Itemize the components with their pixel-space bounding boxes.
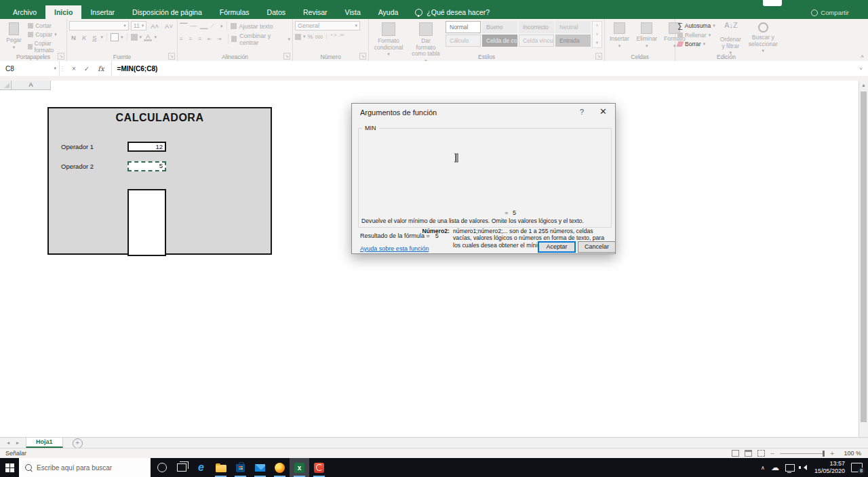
underline-button[interactable]: S bbox=[90, 34, 98, 41]
paste-button[interactable]: Pegar▾ bbox=[2, 21, 26, 51]
formula-text[interactable]: =MIN(C6;C8) bbox=[112, 61, 158, 76]
cortana-button[interactable] bbox=[152, 458, 172, 477]
firefox-button[interactable] bbox=[270, 458, 290, 477]
vertical-scrollbar[interactable]: ▲ bbox=[859, 81, 868, 437]
share-button[interactable]: Compartir bbox=[811, 9, 849, 16]
zoom-in-icon[interactable]: + bbox=[830, 450, 834, 457]
next-sheet-icon[interactable]: ▸ bbox=[16, 440, 19, 446]
find-select-button[interactable]: Buscar y seleccionar▾ bbox=[746, 21, 781, 56]
result-values[interactable] bbox=[127, 189, 166, 256]
fill-color-icon[interactable] bbox=[131, 34, 138, 41]
font-name-combo[interactable]: ▾ bbox=[69, 21, 129, 30]
font-color-button[interactable]: A bbox=[144, 33, 152, 41]
excel-taskbar-button[interactable]: x bbox=[290, 458, 309, 477]
cell-style-c-lculo[interactable]: Cálculo bbox=[446, 35, 481, 47]
increase-decimal-button[interactable]: ⁺·⁰ bbox=[330, 34, 336, 39]
task-view-button[interactable] bbox=[172, 458, 191, 477]
currency-icon[interactable] bbox=[295, 34, 301, 40]
cut-button[interactable]: Cortar bbox=[28, 22, 64, 29]
wrap-text-button[interactable]: Ajustar texto bbox=[231, 21, 273, 31]
edge-button[interactable]: e bbox=[191, 458, 211, 477]
italic-button[interactable]: K bbox=[80, 34, 88, 41]
ribbon-tab-inicio[interactable]: Inicio bbox=[45, 5, 81, 19]
accept-button[interactable]: Aceptar bbox=[538, 241, 576, 253]
align-center-icon[interactable]: ≡ bbox=[189, 37, 197, 42]
ribbon-tab-revisar[interactable]: Revisar bbox=[294, 5, 336, 19]
tray-expand-icon[interactable]: ∧ bbox=[761, 465, 765, 471]
formula-bar-splitter[interactable]: ⋮ bbox=[60, 61, 65, 76]
function-help-link[interactable]: Ayuda sobre esta función bbox=[360, 245, 429, 252]
ribbon-tab-disposici-n-de-p-gina[interactable]: Disposición de página bbox=[123, 5, 211, 19]
font-size-combo[interactable]: 11▾ bbox=[131, 21, 147, 30]
zoom-slider-thumb[interactable] bbox=[823, 451, 825, 457]
align-right-icon[interactable]: ≡ bbox=[198, 37, 205, 42]
decrease-decimal-button[interactable]: ·⁰⁰ bbox=[338, 34, 344, 39]
alignment-dialog-launcher[interactable]: ↘ bbox=[283, 53, 290, 60]
cell-style-entrada[interactable]: Entrada bbox=[555, 35, 591, 47]
percent-button[interactable]: % bbox=[308, 33, 313, 40]
tell-me-search[interactable]: ¿Qué desea hacer? bbox=[407, 5, 498, 19]
ribbon-tab-insertar[interactable]: Insertar bbox=[81, 5, 123, 19]
sheet-tab-hoja1[interactable]: Hoja1 bbox=[26, 438, 63, 448]
number-format-combo[interactable]: General▾ bbox=[295, 21, 360, 30]
sort-filter-button[interactable]: A↓Z Ordenar y filtrar▾ bbox=[717, 21, 744, 58]
action-center-icon[interactable]: 8 bbox=[851, 463, 863, 472]
ribbon-tab-vista[interactable]: Vista bbox=[336, 5, 370, 19]
taskbar-search-input[interactable]: Escribe aquí para buscar bbox=[19, 458, 151, 477]
gallery-scroll-strip[interactable]: ˄˅▾ bbox=[592, 21, 602, 48]
merge-center-button[interactable]: Combinar y centrar▾ bbox=[231, 34, 290, 44]
copy-button[interactable]: Copiar ▾ bbox=[28, 31, 64, 38]
calculator-range[interactable]: CALCULADORA Operador 1 12 Operador 2 5 bbox=[47, 107, 272, 255]
borders-icon[interactable] bbox=[111, 33, 119, 41]
column-header-A[interactable]: A bbox=[12, 81, 51, 90]
namebox-dropdown-icon[interactable]: ▾ bbox=[54, 66, 56, 71]
taskbar-clock[interactable]: 13:57 15/05/2020 bbox=[814, 460, 845, 475]
align-middle-icon[interactable]: ── bbox=[190, 24, 198, 29]
zoom-level[interactable]: 100 % bbox=[840, 450, 861, 457]
align-top-icon[interactable]: ▔▔ bbox=[180, 24, 188, 29]
insert-cells-button[interactable]: Insertar▾ bbox=[607, 21, 632, 50]
comma-button[interactable]: 000 bbox=[315, 35, 323, 39]
delete-cells-button[interactable]: Eliminar▾ bbox=[634, 21, 660, 50]
cell-style-celda-vincul[interactable]: Celda vincul... bbox=[519, 35, 554, 47]
expand-formula-bar-icon[interactable]: ˅ bbox=[854, 61, 868, 76]
fill-button[interactable]: Rellenar▾ bbox=[677, 32, 715, 39]
confirm-entry-icon[interactable]: ✓ bbox=[84, 65, 90, 72]
prev-sheet-icon[interactable]: ◂ bbox=[7, 440, 9, 446]
bold-button[interactable]: N bbox=[69, 34, 78, 41]
cell-style-neutral[interactable]: Neutral bbox=[555, 21, 591, 33]
file-explorer-button[interactable] bbox=[211, 458, 231, 477]
select-all-corner[interactable] bbox=[0, 81, 12, 90]
align-bottom-icon[interactable]: ▁▁ bbox=[200, 24, 208, 29]
cell-style-bueno[interactable]: Bueno bbox=[482, 21, 517, 33]
scroll-up-icon[interactable]: ▲ bbox=[859, 81, 868, 90]
cell-style-normal[interactable]: Normal bbox=[446, 21, 481, 33]
cancel-button[interactable]: Cancelar bbox=[578, 241, 616, 253]
grow-font-button[interactable]: A˄ bbox=[149, 22, 161, 30]
align-left-icon[interactable]: ≡ bbox=[180, 37, 187, 42]
zoom-slider[interactable] bbox=[780, 453, 825, 454]
onedrive-icon[interactable]: ☁ bbox=[771, 463, 779, 472]
autosum-button[interactable]: ∑Autosuma▾ bbox=[677, 22, 715, 30]
font-dialog-launcher[interactable]: ↘ bbox=[168, 53, 175, 60]
dialog-help-icon[interactable]: ? bbox=[580, 108, 584, 116]
clipboard-dialog-launcher[interactable]: ↘ bbox=[58, 53, 64, 60]
page-break-view-icon[interactable] bbox=[757, 450, 765, 457]
start-button[interactable] bbox=[0, 458, 19, 477]
ribbon-tab-archivo[interactable]: Archivo bbox=[4, 5, 45, 19]
camtasia-button[interactable] bbox=[309, 458, 329, 477]
format-painter-button[interactable]: Copiar formato bbox=[28, 40, 64, 54]
insert-function-icon[interactable]: fx bbox=[98, 65, 104, 72]
network-icon[interactable] bbox=[785, 464, 795, 472]
new-sheet-button[interactable]: + bbox=[73, 438, 83, 449]
styles-dialog-launcher[interactable]: ↘ bbox=[595, 53, 602, 60]
dialog-close-icon[interactable]: ✕ bbox=[599, 106, 607, 117]
cancel-entry-icon[interactable]: × bbox=[72, 65, 76, 72]
mail-button[interactable] bbox=[250, 458, 270, 477]
name-box[interactable]: C8▾ bbox=[0, 61, 60, 76]
ribbon-tab-f-rmulas[interactable]: Fórmulas bbox=[211, 5, 258, 19]
ribbon-tab-datos[interactable]: Datos bbox=[258, 5, 294, 19]
cell-C8-marching-ants[interactable]: 5 bbox=[127, 161, 166, 171]
zoom-out-icon[interactable]: − bbox=[770, 450, 774, 457]
shrink-font-button[interactable]: A˅ bbox=[163, 22, 175, 30]
